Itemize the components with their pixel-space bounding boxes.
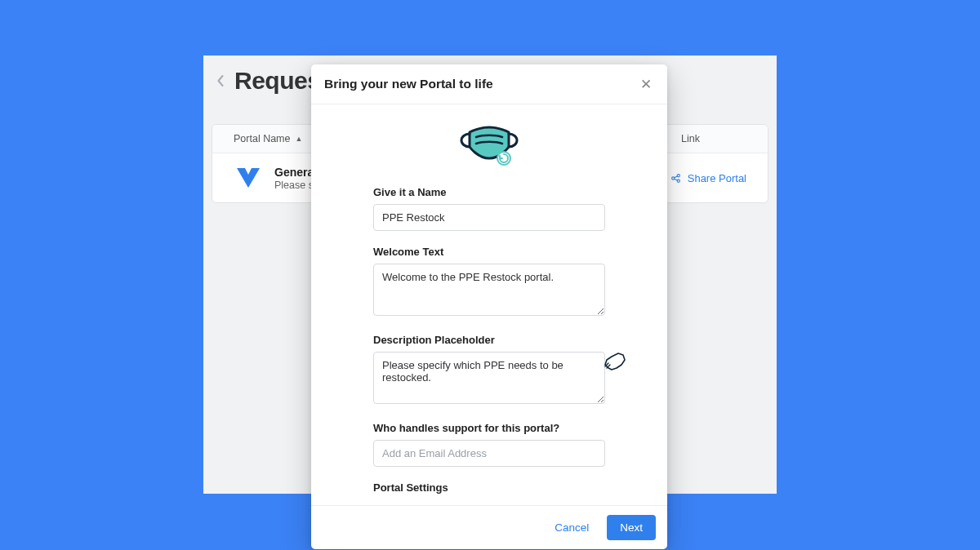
portal-settings-label: Portal Settings: [373, 481, 605, 494]
name-label: Give it a Name: [373, 186, 605, 198]
modal-body: Give it a Name Welcome Text Description …: [311, 104, 667, 505]
description-field-group: Description Placeholder: [373, 334, 605, 407]
modal-footer: Cancel Next: [311, 505, 667, 549]
name-input[interactable]: [373, 204, 605, 231]
description-textarea[interactable]: [373, 352, 605, 404]
cancel-button[interactable]: Cancel: [545, 515, 599, 540]
support-field-group: Who handles support for this portal?: [373, 422, 605, 467]
next-button[interactable]: Next: [607, 515, 656, 540]
welcome-textarea[interactable]: [373, 264, 605, 316]
modal-overlay: Bring your new Portal to life ✕ Give it …: [0, 0, 980, 550]
modal-header: Bring your new Portal to life ✕: [311, 64, 667, 104]
modal-title: Bring your new Portal to life: [324, 77, 493, 91]
new-portal-modal: Bring your new Portal to life ✕ Give it …: [311, 64, 667, 549]
name-field-group: Give it a Name: [373, 186, 605, 231]
description-label: Description Placeholder: [373, 334, 605, 346]
support-email-input[interactable]: [373, 440, 605, 467]
welcome-field-group: Welcome Text: [373, 246, 605, 319]
welcome-label: Welcome Text: [373, 246, 605, 258]
hero-mask-icon: [324, 122, 654, 168]
support-label: Who handles support for this portal?: [373, 422, 605, 434]
close-icon[interactable]: ✕: [638, 76, 654, 92]
